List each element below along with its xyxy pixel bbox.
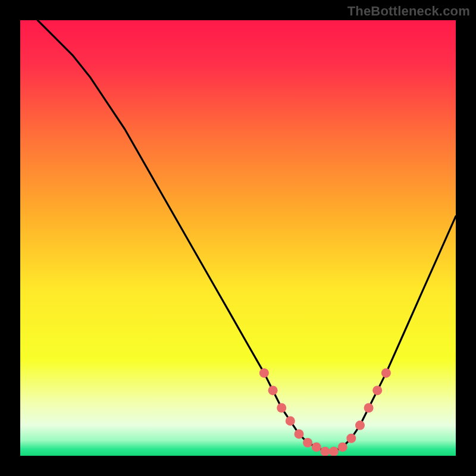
curve-marker xyxy=(381,368,391,378)
chart-frame: TheBottleneck.com xyxy=(0,0,476,476)
curve-marker xyxy=(259,368,269,378)
curve-marker xyxy=(286,416,295,425)
watermark-label: TheBottleneck.com xyxy=(347,4,470,19)
curve-marker xyxy=(346,434,356,443)
curve-marker xyxy=(338,442,347,452)
curve-marker xyxy=(277,403,286,413)
curve-marker xyxy=(303,438,312,447)
curve-marker xyxy=(372,386,382,395)
curve-marker xyxy=(364,403,374,413)
curve-marker xyxy=(295,429,304,439)
curve-marker xyxy=(329,447,339,456)
bottleneck-curve xyxy=(37,20,456,452)
curve-marker xyxy=(268,386,278,395)
plot-area xyxy=(20,20,456,456)
curve-marker xyxy=(320,447,330,456)
curve-marker xyxy=(355,421,365,430)
curve-marker xyxy=(312,442,321,452)
chart-svg xyxy=(20,20,456,456)
